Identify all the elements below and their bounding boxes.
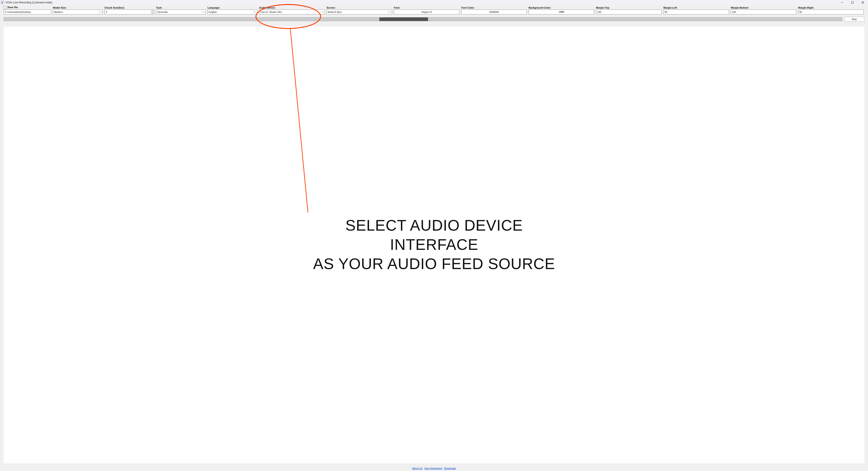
font-color-label: Font Color:	[461, 6, 527, 9]
margin-top-label: Margin-Top	[596, 6, 661, 9]
save-file-label: Save file:	[7, 6, 18, 9]
margin-right-field: Margin-Right 50	[798, 6, 864, 14]
margin-bottom-input[interactable]: 100	[731, 9, 796, 14]
screen-value: Artist13.3pro	[328, 11, 342, 13]
language-label: Language:	[208, 6, 257, 9]
app-icon	[1, 1, 4, 4]
font-field: Font: Segoe UI	[394, 6, 459, 14]
model-size-label: Model Size:	[53, 6, 103, 9]
task-combo[interactable]: Tanscribe	[156, 9, 206, 14]
chevron-down-icon	[388, 10, 392, 14]
model-size-field: Model Size: Medium	[53, 6, 103, 14]
font-label: Font:	[394, 6, 459, 9]
chevron-down-icon	[99, 10, 102, 14]
annotation-line1: SELECT AUDIO DEVICE INTERFACE	[303, 216, 565, 254]
audio-device-combo[interactable]: Line (2- Studio 24c)	[259, 9, 325, 14]
margin-bottom-field: Margin-Bottom 100	[731, 6, 796, 14]
task-label: Task:	[156, 6, 206, 9]
maximize-button[interactable]	[847, 0, 858, 5]
font-color-field: Font Color: #000000	[461, 6, 527, 14]
chunk-size-value: 3	[105, 11, 107, 13]
margin-left-label: Margin-Left	[663, 6, 729, 9]
chunk-size-spin[interactable]: 3	[104, 9, 154, 14]
stop-button[interactable]: Stop	[844, 17, 864, 22]
margin-left-input[interactable]: 50	[663, 9, 729, 14]
spin-up-icon[interactable]	[151, 10, 154, 12]
chevron-down-icon	[253, 10, 257, 14]
user-agreement-link[interactable]: User Agreement	[424, 467, 442, 470]
screen-field: Screen: Artist13.3pro	[327, 6, 392, 14]
task-value: Tanscribe	[157, 11, 168, 13]
annotation-text: SELECT AUDIO DEVICE INTERFACE AS YOUR AU…	[303, 216, 565, 273]
model-size-value: Medium	[54, 11, 63, 13]
margin-right-input[interactable]: 50	[798, 9, 864, 14]
save-file-checkbox[interactable]	[4, 6, 6, 9]
audio-device-field: Audio Device: Line (2- Studio 24c)	[259, 6, 325, 14]
toolbar: Save file: C:\Users\denis\Desktop Model …	[0, 5, 868, 16]
footer: About Us User Agreement Deactivate	[0, 466, 868, 471]
language-field: Language: English	[208, 6, 257, 14]
margin-right-label: Margin-Right	[798, 6, 864, 9]
font-color-value: #000000	[489, 11, 499, 13]
language-combo[interactable]: English	[208, 9, 257, 14]
margin-top-field: Margin-Top 100	[596, 6, 661, 14]
svg-rect-1	[851, 2, 854, 4]
window-title: VOXs Live Recording (Licensed mode)	[5, 1, 52, 4]
bg-color-input[interactable]: #ffffff	[529, 9, 594, 14]
minimize-button[interactable]	[837, 0, 847, 5]
chevron-down-icon	[321, 10, 324, 14]
font-color-input[interactable]: #000000	[461, 9, 527, 14]
font-input[interactable]: Segoe UI	[394, 9, 459, 14]
save-file-input[interactable]: C:\Users\denis\Desktop	[4, 9, 51, 14]
bg-color-field: Background Color: #ffffff	[529, 6, 594, 14]
margin-top-value: 100	[597, 11, 601, 13]
bg-color-value: #ffffff	[559, 11, 564, 13]
model-size-combo[interactable]: Medium	[53, 9, 103, 14]
margin-left-field: Margin-Left 50	[663, 6, 729, 14]
progress-row: Stop	[0, 16, 868, 23]
audio-device-value: Line (2- Studio 24c)	[260, 11, 282, 13]
screen-combo[interactable]: Artist13.3pro	[327, 9, 392, 14]
chevron-down-icon	[202, 10, 205, 14]
screen-label: Screen:	[327, 6, 392, 9]
chunk-size-label: Chunk Size(Sec):	[104, 6, 154, 9]
margin-top-input[interactable]: 100	[596, 9, 661, 14]
spin-down-icon[interactable]	[151, 12, 154, 14]
font-value: Segoe UI	[422, 11, 432, 13]
chunk-size-field: Chunk Size(Sec): 3	[104, 6, 154, 14]
audio-level-bar	[4, 17, 842, 21]
close-button[interactable]	[858, 0, 868, 5]
stop-button-label: Stop	[852, 18, 857, 21]
spin-buttons[interactable]	[151, 10, 154, 14]
about-us-link[interactable]: About Us	[412, 467, 422, 470]
margin-bottom-label: Margin-Bottom	[731, 6, 796, 9]
window-controls	[837, 0, 868, 5]
language-value: English	[209, 11, 217, 13]
margin-bottom-value: 100	[732, 11, 736, 13]
deactivate-link[interactable]: Deactivate	[444, 467, 456, 470]
bg-color-label: Background Color:	[529, 6, 594, 9]
margin-right-value: 50	[799, 11, 802, 13]
save-file-value: C:\Users\denis\Desktop	[5, 11, 31, 13]
task-field: Task: Tanscribe	[156, 6, 206, 14]
titlebar: VOXs Live Recording (Licensed mode)	[0, 0, 868, 5]
save-file-field: Save file: C:\Users\denis\Desktop	[4, 6, 51, 14]
margin-left-value: 50	[664, 11, 667, 13]
annotation-line2: AS YOUR AUDIO FEED SOURCE	[303, 254, 565, 273]
audio-level-fill	[379, 18, 428, 21]
audio-device-label: Audio Device:	[259, 6, 325, 9]
